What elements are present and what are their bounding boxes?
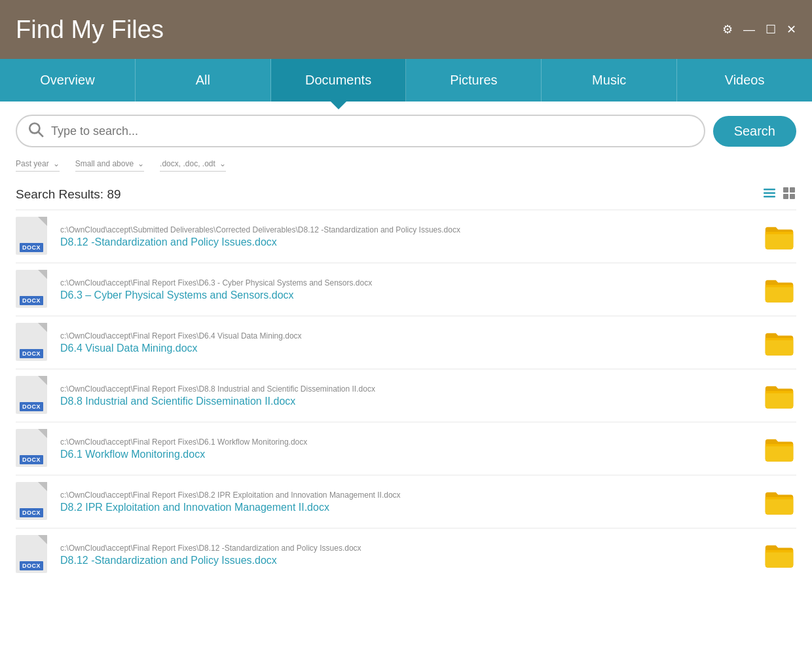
settings-icon[interactable]: ⚙ [722,22,733,37]
svg-rect-3 [764,193,775,194]
svg-rect-5 [783,187,788,193]
file-path: c:\OwnCloud\accept\Final Report Fixes\D8… [60,490,752,500]
maximize-icon[interactable]: ☐ [766,22,776,37]
list-view-toggle[interactable] [762,186,777,203]
file-type-badge: DOCX [20,508,43,517]
file-path: c:\OwnCloud\accept\Final Report Fixes\D6… [60,437,752,447]
file-info: c:\OwnCloud\accept\Final Report Fixes\D6… [60,437,752,460]
folder-icon-wrap[interactable] [762,489,796,515]
file-path: c:\OwnCloud\accept\Final Report Fixes\D8… [60,544,752,553]
app-title: Find My Files [16,16,164,44]
file-list-item: DOCX c:\OwnCloud\accept\Submitted Delive… [16,210,796,263]
file-icon: DOCX [16,535,50,574]
file-info: c:\OwnCloud\accept\Final Report Fixes\D6… [60,331,752,354]
file-name[interactable]: D8.8 Industrial and Scientific Dissemina… [60,396,752,407]
tab-all[interactable]: All [136,59,271,102]
folder-icon [764,489,794,515]
file-type-badge: DOCX [20,402,43,411]
svg-rect-6 [790,187,795,193]
folder-icon-wrap[interactable] [762,435,796,462]
type-filter-label: .docx, .doc, .odt [160,159,215,168]
file-name[interactable]: D6.1 Workflow Monitoring.docx [60,449,752,460]
file-list-item: DOCX c:\OwnCloud\accept\Final Report Fix… [16,422,796,475]
file-icon: DOCX [16,217,50,256]
window-controls: ⚙ — ☐ ✕ [722,22,796,37]
file-list: DOCX c:\OwnCloud\accept\Submitted Delive… [16,210,796,656]
file-info: c:\OwnCloud\accept\Final Report Fixes\D8… [60,544,752,566]
file-type-badge: DOCX [20,561,43,570]
file-name[interactable]: D6.4 Visual Data Mining.docx [60,342,752,354]
search-input-wrapper [16,115,705,147]
file-list-item: DOCX c:\OwnCloud\accept\Final Report Fix… [16,528,796,581]
date-filter-dropdown[interactable]: Past year ⌄ [16,159,60,172]
file-path: c:\OwnCloud\accept\Final Report Fixes\D6… [60,278,752,287]
file-info: c:\OwnCloud\accept\Submitted Deliverable… [60,225,752,248]
file-list-item: DOCX c:\OwnCloud\accept\Final Report Fix… [16,369,796,422]
tab-overview[interactable]: Overview [0,59,136,102]
type-filter-chevron: ⌄ [219,159,226,168]
folder-icon [764,329,794,356]
file-name[interactable]: D8.2 IPR Exploitation and Innovation Man… [60,502,752,513]
date-filter-chevron: ⌄ [53,159,60,168]
file-info: c:\OwnCloud\accept\Final Report Fixes\D8… [60,384,752,407]
file-info: c:\OwnCloud\accept\Final Report Fixes\D6… [60,278,752,301]
svg-rect-7 [783,194,788,199]
file-icon: DOCX [16,323,50,362]
folder-icon-wrap[interactable] [762,329,796,356]
file-name[interactable]: D8.12 -Standardization and Policy Issues… [60,236,752,248]
search-row: Search [16,115,796,147]
file-icon: DOCX [16,482,50,521]
file-name[interactable]: D6.3 – Cyber Physical Systems and Sensor… [60,289,752,301]
file-icon: DOCX [16,270,50,309]
svg-rect-4 [764,196,775,198]
file-path: c:\OwnCloud\accept\Final Report Fixes\D6… [60,331,752,341]
folder-icon [764,435,794,462]
view-toggles [762,186,796,203]
file-list-item: DOCX c:\OwnCloud\accept\Final Report Fix… [16,263,796,316]
search-icon [28,121,45,141]
folder-icon [764,382,794,409]
results-count: Search Results: 89 [16,187,121,202]
title-bar: Find My Files ⚙ — ☐ ✕ [0,0,812,59]
folder-icon-wrap[interactable] [762,223,796,250]
svg-rect-8 [790,194,795,199]
close-icon[interactable]: ✕ [786,22,796,37]
file-path: c:\OwnCloud\accept\Submitted Deliverable… [60,225,752,234]
tab-documents[interactable]: Documents [271,59,407,102]
svg-point-0 [29,123,39,133]
tab-pictures[interactable]: Pictures [406,59,542,102]
search-button[interactable]: Search [713,116,796,147]
grid-view-toggle[interactable] [782,186,796,203]
file-path: c:\OwnCloud\accept\Final Report Fixes\D8… [60,384,752,394]
file-list-item: DOCX c:\OwnCloud\accept\Final Report Fix… [16,316,796,369]
svg-line-1 [39,132,43,137]
file-type-badge: DOCX [20,349,43,358]
tab-music[interactable]: Music [542,59,677,102]
date-filter-label: Past year [16,159,49,168]
file-icon: DOCX [16,429,50,468]
size-filter-chevron: ⌄ [138,159,144,168]
file-icon: DOCX [16,376,50,415]
folder-icon-wrap[interactable] [762,382,796,409]
size-filter-dropdown[interactable]: Small and above ⌄ [75,159,144,172]
folder-icon [764,542,794,568]
results-header: Search Results: 89 [16,186,796,203]
main-content: Search Past year ⌄ Small and above ⌄ .do… [0,102,812,666]
type-filter-dropdown[interactable]: .docx, .doc, .odt ⌄ [160,159,226,172]
file-type-badge: DOCX [20,296,43,305]
search-input[interactable] [51,124,693,138]
filter-row: Past year ⌄ Small and above ⌄ .docx, .do… [16,159,796,176]
nav-tabs: Overview All Documents Pictures Music Vi… [0,59,812,102]
file-list-item: DOCX c:\OwnCloud\accept\Final Report Fix… [16,475,796,528]
svg-rect-2 [764,189,775,191]
folder-icon [764,223,794,250]
folder-icon-wrap[interactable] [762,542,796,568]
file-info: c:\OwnCloud\accept\Final Report Fixes\D8… [60,490,752,513]
file-name[interactable]: D8.12 -Standardization and Policy Issues… [60,555,752,566]
tab-videos[interactable]: Videos [677,59,812,102]
file-type-badge: DOCX [20,455,43,464]
file-type-badge: DOCX [20,243,43,252]
minimize-icon[interactable]: — [743,23,755,37]
folder-icon-wrap[interactable] [762,276,796,303]
folder-icon [764,276,794,303]
